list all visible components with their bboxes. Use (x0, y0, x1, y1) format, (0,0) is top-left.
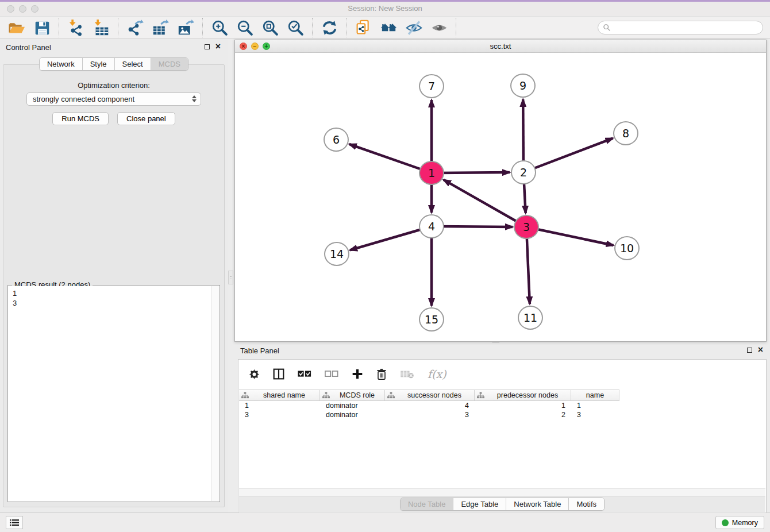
import-table-icon[interactable] (92, 18, 110, 37)
result-scrollbar[interactable] (211, 286, 219, 501)
network-canvas[interactable]: 7968124314101511 (235, 53, 766, 341)
memory-status-icon (722, 519, 729, 526)
optimization-criterion-label: Optimization criterion: (3, 81, 224, 90)
tab-style[interactable]: Style (82, 58, 114, 70)
toggle-columns-icon[interactable] (273, 368, 284, 380)
tab-edge-table[interactable]: Edge Table (453, 498, 506, 510)
toolbar-group (203, 18, 313, 37)
search-box[interactable] (598, 21, 763, 34)
network-overview-icon[interactable] (379, 18, 398, 37)
graph-node-14[interactable]: 14 (324, 242, 349, 266)
tab-node-table[interactable]: Node Table (401, 498, 453, 510)
tab-mcds[interactable]: MCDS (151, 58, 188, 70)
copy-network-icon[interactable] (354, 18, 372, 37)
table-row[interactable]: 1dominator411 (239, 401, 765, 410)
hide-selected-icon[interactable] (405, 18, 423, 37)
table-row[interactable]: 3dominator323 (239, 410, 765, 419)
graph-node-10[interactable]: 10 (614, 236, 640, 260)
split-divider-handle-vertical[interactable] (228, 271, 233, 284)
toolbar-group (0, 18, 59, 37)
refresh-view-icon[interactable] (320, 18, 338, 37)
main-toolbar (0, 16, 770, 39)
cell-name[interactable]: 3 (571, 411, 619, 419)
function-builder-icon: f(x) (428, 368, 446, 380)
close-panel-button[interactable]: Close panel (117, 112, 175, 125)
task-history-button[interactable] (6, 516, 23, 529)
table-rows: 1dominator4113dominator323 (239, 401, 765, 419)
toolbar-group (118, 18, 203, 37)
graph-node-7[interactable]: 7 (419, 74, 444, 98)
control-panel-header: Control Panel × (0, 39, 228, 55)
graph-node-11[interactable]: 11 (518, 306, 543, 330)
cell-predecessor-nodes[interactable]: 2 (475, 411, 571, 419)
cell-successor-nodes[interactable]: 4 (385, 402, 475, 410)
graph-node-8[interactable]: 8 (613, 121, 638, 145)
graph-node-6[interactable]: 6 (324, 128, 349, 152)
memory-button[interactable]: Memory (715, 516, 764, 529)
table-tabs-bar: Node TableEdge TableNetwork TableMotifs (239, 496, 765, 512)
tab-motifs[interactable]: Motifs (568, 498, 604, 510)
control-panel-title: Control Panel (6, 43, 51, 52)
add-column-icon[interactable] (352, 368, 363, 380)
column-header-successor-nodes[interactable]: successor nodes (385, 390, 475, 400)
tab-network[interactable]: Network (40, 58, 82, 70)
toolbar-group (313, 18, 346, 37)
export-image-icon[interactable] (176, 18, 195, 37)
graph-node-3[interactable]: 3 (514, 215, 539, 239)
mcds-result-text[interactable]: 1 3 (9, 286, 211, 501)
float-panel-icon[interactable] (205, 44, 210, 49)
graph-node-1[interactable]: 1 (419, 161, 444, 185)
deselect-all-rows-icon[interactable] (325, 371, 338, 377)
table-settings-icon[interactable] (249, 369, 260, 380)
zoom-in-icon[interactable] (210, 18, 229, 37)
column-header-MCDS-role[interactable]: MCDS role (320, 390, 385, 400)
cell-predecessor-nodes[interactable]: 1 (475, 402, 571, 410)
export-table-icon[interactable] (151, 18, 170, 37)
cell-MCDS-role[interactable]: dominator (320, 402, 385, 410)
open-session-icon[interactable] (7, 18, 26, 37)
search-icon (603, 24, 611, 32)
import-network-icon[interactable] (67, 18, 85, 37)
table-horizontal-scrollbar[interactable] (239, 488, 765, 496)
delete-table-icon (400, 369, 414, 379)
tab-network-table[interactable]: Network Table (506, 498, 568, 510)
delete-column-icon[interactable] (376, 368, 387, 380)
mcds-result-box: MCDS result (2 nodes) 1 3 (7, 285, 220, 502)
graph-node-9[interactable]: 9 (510, 74, 536, 98)
table-panel: Table Panel × f(x) shared nameMCDS roles… (238, 344, 767, 513)
close-table-panel-icon[interactable]: × (758, 347, 763, 353)
column-header-name[interactable]: name (571, 390, 619, 400)
table-panel-header: Table Panel × (238, 344, 767, 358)
column-header-predecessor-nodes[interactable]: predecessor nodes (475, 390, 571, 400)
cell-shared-name[interactable]: 1 (239, 402, 320, 410)
network-view-window: × − + scc.txt 7968124314101511 (234, 40, 767, 342)
graph-node-4[interactable]: 4 (419, 214, 444, 238)
run-mcds-button[interactable]: Run MCDS (52, 112, 109, 125)
cell-name[interactable]: 1 (571, 402, 619, 410)
zoom-out-icon[interactable] (236, 18, 254, 37)
network-window-titlebar[interactable]: × − + scc.txt (235, 40, 766, 53)
tab-select[interactable]: Select (114, 58, 151, 70)
cell-MCDS-role[interactable]: dominator (320, 411, 385, 419)
table-panel-title: Table Panel (240, 346, 279, 355)
float-table-panel-icon[interactable] (747, 348, 752, 353)
search-input[interactable] (614, 23, 758, 32)
criterion-value: strongly connected component (33, 95, 134, 103)
cell-shared-name[interactable]: 3 (239, 411, 320, 419)
criterion-select[interactable]: strongly connected component (26, 92, 201, 106)
graph-node-2[interactable]: 2 (511, 160, 536, 184)
select-all-rows-icon[interactable] (298, 371, 311, 377)
table-header-row: shared nameMCDS rolesuccessor nodesprede… (239, 390, 619, 401)
column-header-shared-name[interactable]: shared name (239, 390, 320, 400)
mcds-panel: Optimization criterion: strongly connect… (3, 64, 225, 507)
control-panel-tabs: NetworkStyleSelectMCDS (0, 57, 228, 71)
zoom-fit-icon[interactable] (261, 18, 279, 37)
zoom-selected-icon[interactable] (286, 18, 305, 37)
close-panel-icon[interactable]: × (215, 44, 221, 49)
toolbar-group (346, 18, 456, 37)
cell-successor-nodes[interactable]: 3 (385, 411, 475, 419)
graph-node-15[interactable]: 15 (419, 307, 444, 331)
toolbar-group (59, 18, 118, 37)
save-session-icon[interactable] (33, 18, 51, 37)
export-network-icon[interactable] (126, 18, 144, 37)
